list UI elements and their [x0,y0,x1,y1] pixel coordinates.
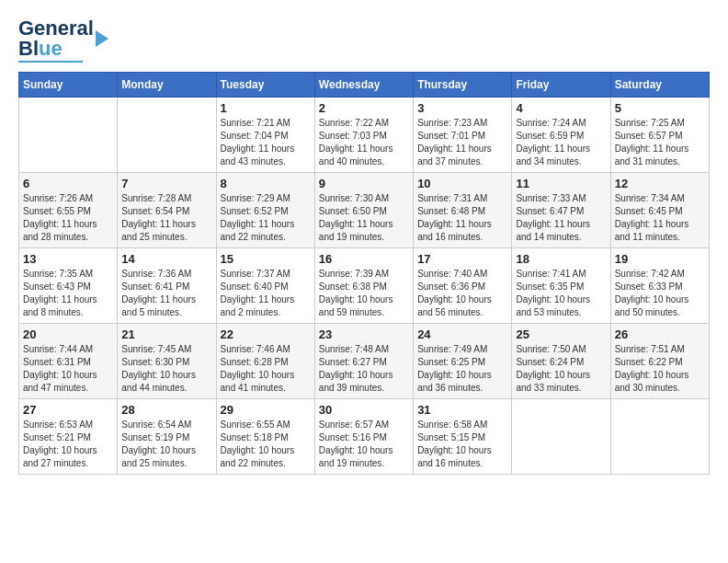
calendar-cell: 3Sunrise: 7:23 AMSunset: 7:01 PMDaylight… [414,98,512,173]
calendar-cell: 7Sunrise: 7:28 AMSunset: 6:54 PMDaylight… [118,173,216,248]
calendar-week-1: 1Sunrise: 7:21 AMSunset: 7:04 PMDaylight… [19,98,710,173]
day-info: Sunrise: 7:23 AMSunset: 7:01 PMDaylight:… [417,117,507,168]
weekday-header-tuesday: Tuesday [216,73,314,98]
calendar-cell: 26Sunrise: 7:51 AMSunset: 6:22 PMDayligh… [610,324,709,399]
day-number: 14 [121,252,211,266]
weekday-header-sunday: Sunday [19,73,118,98]
calendar-week-5: 27Sunrise: 6:53 AMSunset: 5:21 PMDayligh… [19,399,710,475]
day-info: Sunrise: 7:37 AMSunset: 6:40 PMDaylight:… [221,268,311,319]
logo-text: GeneralBlue [18,18,94,59]
day-number: 13 [23,252,113,266]
weekday-header-monday: Monday [118,73,216,98]
day-info: Sunrise: 7:29 AMSunset: 6:52 PMDaylight:… [221,192,311,244]
day-number: 26 [615,327,705,341]
calendar-cell: 1Sunrise: 7:21 AMSunset: 7:04 PMDaylight… [216,98,314,173]
day-info: Sunrise: 6:55 AMSunset: 5:18 PMDaylight:… [221,419,311,470]
calendar-cell: 4Sunrise: 7:24 AMSunset: 6:59 PMDaylight… [512,98,610,173]
day-number: 24 [417,327,507,341]
day-number: 22 [221,327,311,341]
day-number: 18 [516,252,606,266]
calendar-cell: 21Sunrise: 7:45 AMSunset: 6:30 PMDayligh… [118,324,216,399]
calendar-cell: 22Sunrise: 7:46 AMSunset: 6:28 PMDayligh… [216,324,314,399]
day-number: 25 [516,327,606,341]
calendar-cell: 27Sunrise: 6:53 AMSunset: 5:21 PMDayligh… [19,399,118,475]
day-info: Sunrise: 7:30 AMSunset: 6:50 PMDaylight:… [319,192,409,244]
day-number: 12 [615,177,705,190]
day-number: 7 [121,177,211,190]
calendar-cell: 2Sunrise: 7:22 AMSunset: 7:03 PMDaylight… [314,98,413,173]
calendar-cell: 13Sunrise: 7:35 AMSunset: 6:43 PMDayligh… [19,248,118,324]
calendar-cell: 6Sunrise: 7:26 AMSunset: 6:55 PMDaylight… [19,173,118,248]
calendar-cell: 11Sunrise: 7:33 AMSunset: 6:47 PMDayligh… [512,173,610,248]
calendar-cell: 17Sunrise: 7:40 AMSunset: 6:36 PMDayligh… [414,248,512,324]
day-number: 3 [417,101,507,115]
logo-arrow-icon [96,30,108,47]
calendar-cell: 14Sunrise: 7:36 AMSunset: 6:41 PMDayligh… [118,248,216,324]
day-info: Sunrise: 7:40 AMSunset: 6:36 PMDaylight:… [417,268,507,319]
day-info: Sunrise: 7:44 AMSunset: 6:31 PMDaylight:… [23,343,113,395]
day-info: Sunrise: 7:39 AMSunset: 6:38 PMDaylight:… [319,268,409,319]
day-info: Sunrise: 7:24 AMSunset: 6:59 PMDaylight:… [516,117,606,168]
calendar-week-2: 6Sunrise: 7:26 AMSunset: 6:55 PMDaylight… [19,173,710,248]
weekday-header-thursday: Thursday [414,73,512,98]
day-number: 2 [319,101,409,115]
day-number: 5 [615,101,705,115]
day-info: Sunrise: 7:22 AMSunset: 7:03 PMDaylight:… [319,117,409,168]
day-number: 1 [221,101,311,115]
day-number: 15 [221,252,311,266]
day-info: Sunrise: 7:28 AMSunset: 6:54 PMDaylight:… [121,192,211,244]
day-number: 29 [221,403,311,417]
calendar-cell: 28Sunrise: 6:54 AMSunset: 5:19 PMDayligh… [118,399,216,475]
day-info: Sunrise: 7:34 AMSunset: 6:45 PMDaylight:… [615,192,705,244]
day-info: Sunrise: 7:33 AMSunset: 6:47 PMDaylight:… [516,192,606,244]
day-info: Sunrise: 7:31 AMSunset: 6:48 PMDaylight:… [417,192,507,244]
day-info: Sunrise: 7:36 AMSunset: 6:41 PMDaylight:… [121,268,211,319]
calendar-cell [610,399,709,475]
calendar-cell: 24Sunrise: 7:49 AMSunset: 6:25 PMDayligh… [414,324,512,399]
day-number: 11 [516,177,606,190]
day-number: 16 [319,252,409,266]
day-info: Sunrise: 7:46 AMSunset: 6:28 PMDaylight:… [221,343,311,395]
calendar-cell: 5Sunrise: 7:25 AMSunset: 6:57 PMDaylight… [610,98,709,173]
calendar-cell: 12Sunrise: 7:34 AMSunset: 6:45 PMDayligh… [610,173,709,248]
weekday-header-wednesday: Wednesday [314,73,413,98]
calendar-cell: 25Sunrise: 7:50 AMSunset: 6:24 PMDayligh… [512,324,610,399]
day-info: Sunrise: 7:26 AMSunset: 6:55 PMDaylight:… [23,192,113,244]
weekday-header-row: SundayMondayTuesdayWednesdayThursdayFrid… [19,73,710,98]
calendar-cell: 30Sunrise: 6:57 AMSunset: 5:16 PMDayligh… [314,399,413,475]
calendar-cell: 20Sunrise: 7:44 AMSunset: 6:31 PMDayligh… [19,324,118,399]
calendar-cell: 23Sunrise: 7:48 AMSunset: 6:27 PMDayligh… [314,324,413,399]
page-header: GeneralBlue [18,18,710,63]
calendar-cell: 8Sunrise: 7:29 AMSunset: 6:52 PMDaylight… [216,173,314,248]
day-number: 10 [417,177,507,190]
calendar-cell: 29Sunrise: 6:55 AMSunset: 5:18 PMDayligh… [216,399,314,475]
day-info: Sunrise: 6:54 AMSunset: 5:19 PMDaylight:… [121,419,211,470]
day-number: 28 [121,403,211,417]
day-number: 30 [319,403,409,417]
calendar-cell [512,399,610,475]
day-info: Sunrise: 7:48 AMSunset: 6:27 PMDaylight:… [319,343,409,395]
day-info: Sunrise: 6:57 AMSunset: 5:16 PMDaylight:… [319,419,409,470]
calendar-table: SundayMondayTuesdayWednesdayThursdayFrid… [18,72,710,475]
day-info: Sunrise: 7:41 AMSunset: 6:35 PMDaylight:… [516,268,606,319]
calendar-cell: 16Sunrise: 7:39 AMSunset: 6:38 PMDayligh… [314,248,413,324]
day-info: Sunrise: 7:45 AMSunset: 6:30 PMDaylight:… [121,343,211,395]
logo-underline [18,61,83,63]
day-number: 21 [121,327,211,341]
day-number: 6 [23,177,113,190]
calendar-cell: 18Sunrise: 7:41 AMSunset: 6:35 PMDayligh… [512,248,610,324]
day-info: Sunrise: 7:49 AMSunset: 6:25 PMDaylight:… [417,343,507,395]
weekday-header-friday: Friday [512,73,610,98]
day-info: Sunrise: 7:21 AMSunset: 7:04 PMDaylight:… [221,117,311,168]
calendar-cell: 9Sunrise: 7:30 AMSunset: 6:50 PMDaylight… [314,173,413,248]
logo: GeneralBlue [18,18,108,63]
day-number: 19 [615,252,705,266]
calendar-cell: 15Sunrise: 7:37 AMSunset: 6:40 PMDayligh… [216,248,314,324]
day-number: 8 [221,177,311,190]
day-number: 4 [516,101,606,115]
day-number: 17 [417,252,507,266]
day-number: 23 [319,327,409,341]
calendar-cell [19,98,118,173]
day-info: Sunrise: 7:35 AMSunset: 6:43 PMDaylight:… [23,268,113,319]
calendar-week-3: 13Sunrise: 7:35 AMSunset: 6:43 PMDayligh… [19,248,710,324]
